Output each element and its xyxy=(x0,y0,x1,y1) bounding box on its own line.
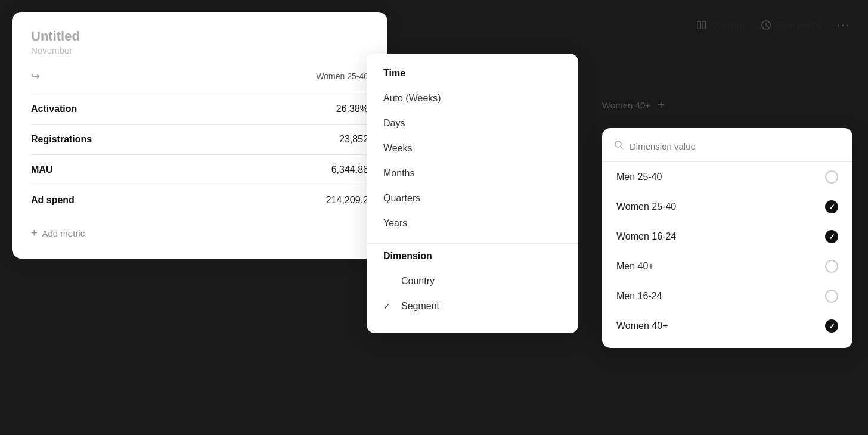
columns-button[interactable]: Columns xyxy=(696,20,746,30)
radio-women-25-40 xyxy=(825,200,838,213)
more-button[interactable]: ··· xyxy=(836,18,850,32)
svg-line-4 xyxy=(621,147,623,149)
metric-name-registrations: Registrations xyxy=(31,134,92,145)
radio-women-16-24 xyxy=(825,230,838,243)
clock-icon xyxy=(761,20,771,30)
segment-header: Women 40+ + xyxy=(602,98,665,112)
svg-rect-1 xyxy=(702,21,705,29)
toolbar: Columns Time period ··· xyxy=(696,18,851,32)
time-item-auto-label: Auto (Weeks) xyxy=(383,93,441,104)
time-item-years[interactable]: Years xyxy=(367,211,578,236)
more-label: ··· xyxy=(836,18,850,31)
radio-men-16-24 xyxy=(825,290,838,303)
dim-option-men-16-24-label: Men 16-24 xyxy=(616,291,662,302)
dropdown-divider xyxy=(367,243,578,244)
dimension-item-segment-label: Segment xyxy=(401,301,439,312)
time-item-weeks[interactable]: Weeks xyxy=(367,136,578,161)
time-item-months-label: Months xyxy=(383,168,414,179)
col-header-right: Women 25-40 xyxy=(316,72,368,81)
metric-name-activation: Activation xyxy=(31,104,77,114)
metric-row-adspend: Ad spend 214,209.2 xyxy=(31,185,368,215)
time-section-title: Time xyxy=(367,68,578,86)
col-segment-label: Women 25-40 xyxy=(316,72,368,81)
time-item-days-label: Days xyxy=(383,118,405,129)
column-headers: ↪ Women 25-40 xyxy=(31,70,368,88)
metric-value-adspend: 214,209.2 xyxy=(326,195,368,206)
dimension-section-title: Dimension xyxy=(367,251,578,269)
time-period-button[interactable]: Time period xyxy=(761,20,823,30)
metric-value-mau: 6,344.86 xyxy=(331,164,368,175)
metric-row-mau: MAU 6,344.86 xyxy=(31,154,368,185)
metrics-table: Activation 26.38% Registrations 23,852 M… xyxy=(31,94,368,215)
dim-option-women-25-40[interactable]: Women 25-40 xyxy=(602,192,852,222)
col-header-left: ↪ xyxy=(31,70,40,83)
dim-option-women-16-24-label: Women 16-24 xyxy=(616,231,676,242)
segment-checkmark: ✓ xyxy=(383,302,395,311)
dim-option-women-40plus-label: Women 40+ xyxy=(616,321,668,331)
metric-value-activation: 26.38% xyxy=(336,104,368,114)
dim-option-men-40plus-label: Men 40+ xyxy=(616,261,654,272)
metric-row-activation: Activation 26.38% xyxy=(31,94,368,124)
dimension-picker: Men 25-40 Women 25-40 Women 16-24 Men 40… xyxy=(602,128,852,348)
time-item-auto[interactable]: Auto (Weeks) xyxy=(367,86,578,111)
time-item-months[interactable]: Months xyxy=(367,161,578,186)
time-item-years-label: Years xyxy=(383,218,407,229)
card-title: Untitled xyxy=(31,29,368,44)
add-metric-button[interactable]: + Add metric xyxy=(31,227,85,240)
time-dropdown: Time Auto (Weeks) Days Weeks Months Quar… xyxy=(367,54,578,333)
dimension-search-input[interactable] xyxy=(630,141,841,151)
svg-point-3 xyxy=(615,141,621,147)
add-metric-label: Add metric xyxy=(42,228,85,238)
svg-rect-0 xyxy=(697,21,700,29)
time-item-days[interactable]: Days xyxy=(367,111,578,136)
radio-men-40plus xyxy=(825,260,838,273)
time-item-quarters-label: Quarters xyxy=(383,193,420,204)
dim-option-men-25-40[interactable]: Men 25-40 xyxy=(602,162,852,192)
columns-label: Columns xyxy=(711,20,746,30)
dimension-item-country[interactable]: Country xyxy=(367,269,578,294)
columns-icon xyxy=(696,20,707,30)
metric-value-registrations: 23,852 xyxy=(339,134,368,145)
segment-add-button[interactable]: + xyxy=(658,98,665,112)
dim-option-women-16-24[interactable]: Women 16-24 xyxy=(602,222,852,251)
time-item-quarters[interactable]: Quarters xyxy=(367,186,578,211)
segment-label: Women 40+ xyxy=(602,100,650,110)
plus-icon: + xyxy=(31,227,38,240)
dimension-item-country-label: Country xyxy=(401,276,435,287)
dim-option-men-40plus[interactable]: Men 40+ xyxy=(602,251,852,281)
metric-name-mau: MAU xyxy=(31,164,52,175)
search-icon xyxy=(614,140,624,152)
dimension-search xyxy=(602,140,852,162)
redirect-icon: ↪ xyxy=(31,70,40,83)
dim-option-men-25-40-label: Men 25-40 xyxy=(616,172,662,182)
dim-option-men-16-24[interactable]: Men 16-24 xyxy=(602,281,852,311)
card-subtitle: November xyxy=(31,45,368,55)
dimension-item-segment[interactable]: ✓ Segment xyxy=(367,294,578,319)
dim-option-women-25-40-label: Women 25-40 xyxy=(616,201,676,212)
time-item-weeks-label: Weeks xyxy=(383,143,413,154)
radio-women-40plus xyxy=(825,319,838,333)
radio-men-25-40 xyxy=(825,170,838,184)
metric-row-registrations: Registrations 23,852 xyxy=(31,124,368,154)
dim-option-women-40plus[interactable]: Women 40+ xyxy=(602,311,852,341)
main-card: Untitled November ↪ Women 25-40 Activati… xyxy=(12,12,388,259)
metric-name-adspend: Ad spend xyxy=(31,195,75,206)
time-period-label: Time period xyxy=(776,20,823,30)
